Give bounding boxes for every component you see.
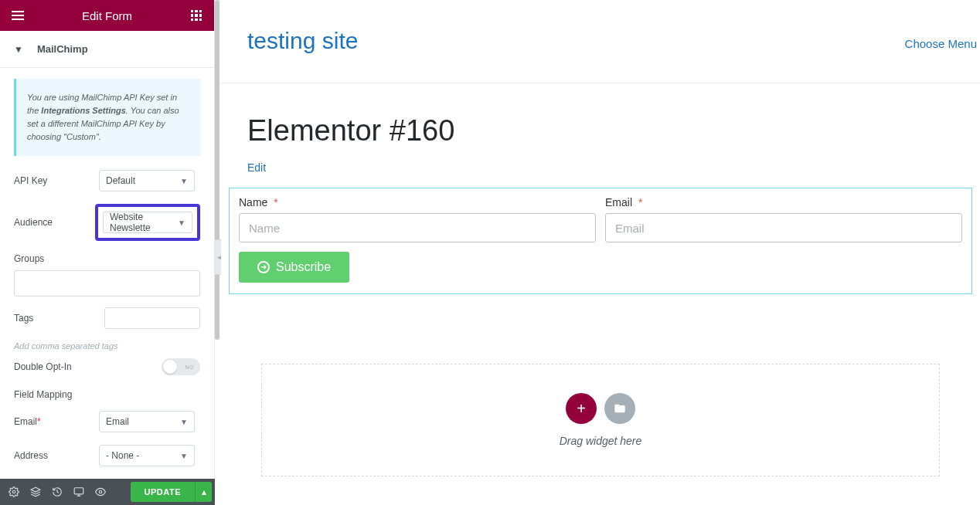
groups-label: Groups [14, 253, 200, 264]
form-field-name: Name * [239, 196, 596, 242]
form-row: Name * Email * [239, 196, 962, 242]
map-email-value: Email [106, 416, 129, 427]
panel-header: Edit Form [0, 0, 214, 31]
subscribe-button-label: Subscribe [276, 260, 331, 274]
double-optin-switch[interactable]: NO [162, 358, 200, 375]
choose-menu-link[interactable]: Choose Menu [905, 37, 977, 50]
navigator-icon[interactable] [25, 479, 46, 505]
api-key-value: Default [106, 175, 135, 186]
email-label: Email * [605, 196, 962, 208]
settings-icon[interactable] [3, 479, 25, 505]
map-email-select[interactable]: Email ▼ [99, 411, 195, 432]
tags-label: Tags [14, 313, 99, 324]
plus-icon: + [577, 400, 586, 418]
panel-footer: UPDATE ▴ [0, 479, 215, 505]
history-icon[interactable] [46, 479, 68, 505]
required-mark: * [274, 196, 277, 208]
svg-point-0 [12, 490, 15, 493]
info-box: You are using MailChimp API Key set in t… [14, 79, 200, 156]
field-mapping-heading: Field Mapping [14, 389, 200, 400]
section-body: You are using MailChimp API Key set in t… [0, 68, 214, 505]
info-text-bold: Integrations Settings [41, 106, 125, 115]
email-input[interactable] [605, 213, 962, 242]
required-mark: * [638, 196, 642, 208]
update-button-label: UPDATE [145, 487, 181, 497]
site-header: testing site Choose Menu [221, 0, 980, 83]
chevron-down-icon: ▼ [180, 177, 188, 185]
map-email-label: Email* [14, 416, 99, 427]
control-map-email: Email* Email ▼ [14, 411, 200, 432]
edit-post-link[interactable]: Edit [247, 161, 266, 174]
control-groups: Groups [14, 253, 200, 297]
add-section-dropzone[interactable]: + Drag widget here [261, 364, 940, 476]
caret-down-icon: ▼ [14, 44, 23, 55]
groups-input[interactable] [14, 270, 200, 297]
panel-title: Edit Form [26, 9, 188, 22]
dropzone-text: Drag widget here [560, 435, 642, 447]
section-toggle-mailchimp[interactable]: ▼ MailChimp [0, 31, 214, 68]
subscribe-button[interactable]: ➜ Subscribe [239, 252, 349, 283]
required-mark: * [37, 416, 41, 427]
dropzone-buttons: + [566, 393, 635, 424]
switch-no-label: NO [185, 364, 195, 370]
update-button[interactable]: UPDATE [131, 482, 195, 502]
add-template-button[interactable] [604, 393, 635, 424]
map-email-label-text: Email [14, 416, 37, 427]
email-label-text: Email [605, 196, 632, 208]
add-section-button[interactable]: + [566, 393, 597, 424]
api-key-label: API Key [14, 175, 99, 186]
form-field-email: Email * [605, 196, 962, 242]
update-options-button[interactable]: ▴ [195, 482, 212, 502]
tags-input[interactable] [104, 307, 200, 329]
form-widget[interactable]: Name * Email * ➜ Subscribe [229, 188, 972, 294]
control-api-key: API Key Default ▼ [14, 170, 200, 191]
name-input[interactable] [239, 213, 596, 242]
panel-scrollbar-thumb[interactable] [215, 0, 219, 340]
tags-hint: Add comma separated tags [14, 341, 200, 351]
arrow-right-circle-icon: ➜ [257, 261, 270, 273]
name-label-text: Name [239, 196, 267, 208]
audience-label: Audience [14, 217, 95, 228]
preview-area: testing site Choose Menu Elementor #160 … [221, 0, 980, 505]
audience-value: Website Newslette [110, 212, 185, 233]
double-optin-label: Double Opt-In [14, 361, 72, 372]
audience-select[interactable]: Website Newslette ▼ [103, 212, 192, 233]
update-button-group: UPDATE ▴ [131, 482, 212, 502]
svg-point-2 [99, 490, 102, 493]
post-title: Elementor #160 [221, 114, 980, 147]
chevron-down-icon: ▼ [178, 219, 185, 227]
preview-icon[interactable] [90, 479, 111, 505]
section-title: MailChimp [37, 43, 88, 55]
name-label: Name * [239, 196, 596, 208]
chevron-down-icon: ▼ [180, 418, 188, 426]
editor-panel: Edit Form ▼ MailChimp You are using Mail… [0, 0, 215, 505]
api-key-select[interactable]: Default ▼ [99, 170, 195, 191]
switch-knob [163, 360, 177, 374]
responsive-icon[interactable] [68, 479, 90, 505]
apps-icon[interactable] [188, 7, 205, 24]
folder-icon [614, 402, 626, 415]
chevron-down-icon: ▼ [180, 452, 188, 460]
svg-rect-1 [74, 488, 83, 494]
control-audience: Audience Website Newslette ▼ [14, 204, 200, 241]
control-double-optin: Double Opt-In NO [14, 358, 200, 375]
audience-highlight: Website Newslette ▼ [95, 204, 200, 241]
menu-icon[interactable] [9, 7, 26, 24]
site-title-link[interactable]: testing site [247, 28, 358, 54]
map-address-label: Address [14, 450, 99, 461]
control-tags: Tags [14, 307, 200, 329]
map-address-value: - None - [106, 450, 139, 461]
caret-up-icon: ▴ [202, 486, 206, 497]
control-map-address: Address - None - ▼ [14, 445, 200, 466]
map-address-select[interactable]: - None - ▼ [99, 445, 195, 466]
